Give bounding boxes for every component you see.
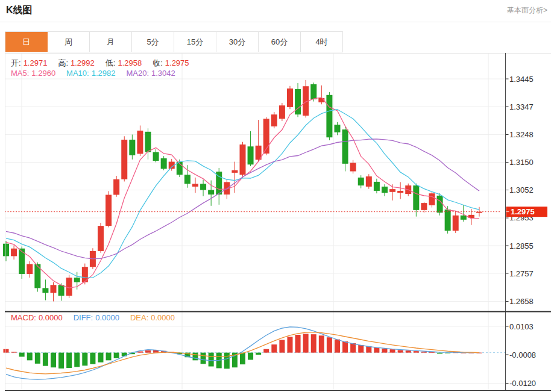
main-axis-labels: 1.34451.33471.32481.31501.30521.29531.28… [505,75,534,306]
macd-info-value: 0.0000 [151,313,175,322]
ohlc-label: 收: [153,58,163,67]
ohlc-label: 低: [105,58,116,67]
ma-label: MA10: [66,69,89,78]
main-axis-label: 1.3248 [509,130,534,139]
ma-value: 1.2960 [31,69,55,78]
ma-label: MA5: [11,69,29,78]
grid-lines [5,53,505,391]
main-axis-label: 1.3052 [509,185,534,194]
macd-axis-label: -0.0120 [509,379,536,388]
ma-label: MA20: [126,69,149,78]
interval-tabs: 日周月5分15分30分60分4时 [5,31,343,52]
ohlc-value: 1.2975 [165,58,189,67]
tab-3[interactable]: 5分 [132,32,174,52]
main-axis-label: 1.3150 [509,158,534,167]
ma-item-2: MA20:1.3042 [126,69,177,78]
macd-axis-labels: 0.0103-0.0008-0.0120 [505,322,536,388]
main-axis-label: 1.2855 [509,241,534,250]
macd-axis-label: 0.0103 [509,322,534,331]
price-badge-value: 1.2975 [511,207,535,216]
tab-0[interactable]: 日 [5,32,48,52]
tab-4[interactable]: 15分 [174,32,216,52]
ma-item-1: MA10:1.2982 [66,69,118,78]
macd-info-label: MACD: [11,313,36,322]
kline-page: { "header": { "title": "K线图", "link_labe… [0,0,551,392]
macd-info-label: DIFF: [74,313,93,322]
ohlc-item-1: 高:1.2992 [58,58,96,67]
tab-6[interactable]: 60分 [259,32,301,52]
macd-info-label: DEA: [130,313,148,322]
macd-info-value: 0.0000 [39,313,63,322]
ohlc-label: 高: [58,58,68,67]
macd-info-item-1: DIFF:0.0000 [74,313,122,322]
ohlc-item-3: 收:1.2975 [153,58,191,67]
ohlc-info-row: 开:1.2971高:1.2992低:1.2958收:1.2975 [11,58,200,69]
ohlc-value: 1.2958 [118,58,142,67]
tab-5[interactable]: 30分 [216,32,259,52]
main-axis-label: 1.2757 [509,269,534,278]
price-badge: 1.2975 [506,207,548,217]
ohlc-item-2: 低:1.2958 [105,58,144,67]
tab-2[interactable]: 月 [90,32,132,52]
macd-info-item-0: MACD:0.0000 [11,313,65,322]
macd-info-row: MACD:0.0000DIFF:0.0000DEA:0.0000 [11,313,186,322]
tab-7[interactable]: 4时 [301,32,342,52]
macd-info-value: 0.0000 [95,313,119,322]
macd-axis-label: -0.0008 [509,350,536,359]
ohlc-item-0: 开:1.2971 [11,58,49,67]
ma-value: 1.3042 [151,69,175,78]
main-axis-label: 1.3445 [509,75,534,84]
ma-value: 1.2982 [92,69,116,78]
main-axis-label: 1.3347 [509,102,534,111]
ohlc-label: 开: [11,58,21,67]
ma-info-row: MA5:1.2960MA10:1.2982MA20:1.3042 [11,69,186,78]
main-axis-label: 1.2658 [509,297,534,306]
macd-info-item-2: DEA:0.0000 [130,313,177,322]
ohlc-value: 1.2971 [24,58,48,67]
ma-item-0: MA5:1.2960 [11,69,58,78]
tab-1[interactable]: 周 [48,32,90,52]
ohlc-value: 1.2992 [71,58,95,67]
